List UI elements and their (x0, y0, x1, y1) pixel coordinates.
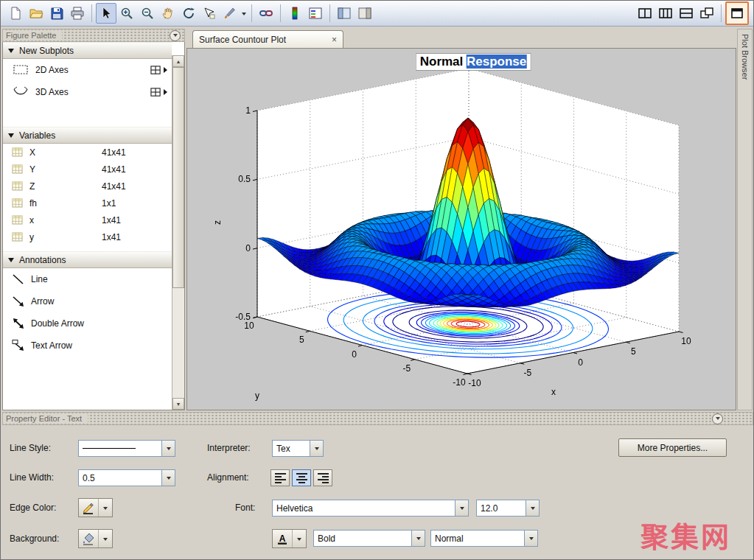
section-variables[interactable]: Variables (3, 127, 172, 144)
align-left-button[interactable] (270, 469, 290, 486)
font-label: Font: (235, 500, 255, 517)
title-text: Normal (420, 55, 467, 69)
font-color-button[interactable]: A (272, 529, 307, 548)
font-family-dropdown[interactable]: Helvetica (272, 500, 469, 517)
tile-columns-icon[interactable] (655, 3, 676, 24)
font-size-dropdown[interactable]: 12.0 (476, 500, 540, 517)
variable-row[interactable]: x 1x41 (3, 211, 172, 228)
annotation-text-arrow-item[interactable]: Text Arrow (3, 335, 172, 357)
tile-horizontal-icon[interactable] (676, 3, 697, 24)
brush-dropdown-caret[interactable] (240, 4, 248, 23)
data-cursor-icon[interactable] (199, 3, 220, 24)
dropdown-arrow-icon[interactable] (524, 531, 537, 546)
plot-tab-bar: Surface Countour Plot × (186, 30, 736, 48)
dropdown-arrow-icon[interactable] (161, 441, 175, 456)
dropdown-arrow-icon[interactable] (161, 470, 175, 486)
toolbar-separator (721, 4, 722, 22)
dropdown-arrow-icon[interactable] (526, 500, 539, 516)
grid-menu-icon (150, 87, 161, 98)
scroll-down-button[interactable]: ▼ (172, 398, 184, 410)
print-icon[interactable] (67, 3, 88, 24)
link-plots-icon[interactable] (256, 3, 276, 24)
list-item-2d-axes[interactable]: 2D Axes (3, 59, 172, 81)
collapse-triangle-icon (8, 258, 14, 262)
align-center-button[interactable] (292, 469, 311, 486)
align-right-button[interactable] (313, 469, 332, 486)
zoom-in-icon[interactable] (116, 3, 137, 24)
pan-hand-icon[interactable] (158, 3, 178, 24)
submenu-arrow-icon (164, 67, 167, 73)
align-left-icon (275, 473, 286, 483)
insert-colorbar-icon[interactable] (285, 3, 305, 24)
font-color-icon: A (273, 530, 293, 547)
section-annotations[interactable]: Annotations (3, 251, 172, 268)
font-style-dropdown[interactable]: Normal (430, 530, 538, 547)
tab-close-icon[interactable]: × (332, 35, 337, 44)
variable-row[interactable]: Z 41x41 (3, 178, 172, 195)
property-editor-collapse-button[interactable] (712, 413, 723, 424)
background-color-button[interactable] (78, 529, 113, 548)
rotate-3d-icon[interactable] (178, 3, 199, 24)
2d-axes-icon (12, 64, 29, 76)
float-windows-icon[interactable] (697, 3, 717, 24)
line-style-dropdown[interactable] (78, 440, 175, 457)
font-weight-dropdown[interactable]: Bold (313, 530, 425, 547)
collapse-triangle-icon (8, 133, 14, 138)
toolbar-separator (91, 4, 92, 22)
variable-row[interactable]: X 41x41 (3, 144, 172, 161)
insert-legend-icon[interactable] (305, 3, 326, 24)
edit-plot-cursor-icon[interactable] (96, 3, 116, 24)
toggle-plot-browser-icon[interactable] (355, 3, 375, 24)
figure-palette-scrollbar[interactable]: ▲ ▼ (172, 55, 184, 410)
open-file-icon[interactable] (26, 3, 46, 24)
variable-grid-icon (12, 232, 24, 242)
tile-vertical-icon[interactable] (635, 3, 655, 24)
brush-icon[interactable] (220, 3, 240, 24)
scroll-thumb[interactable] (172, 67, 184, 288)
subplot-grid-menu[interactable] (150, 87, 167, 98)
dropdown-arrow-icon[interactable] (310, 441, 323, 456)
figure-palette-panel: Figure Palette New Subplots 2D Axes (2, 29, 185, 410)
edge-color-label: Edge Color: (10, 500, 56, 517)
align-center-icon (296, 473, 307, 483)
maximize-plot-icon[interactable] (725, 1, 749, 25)
tab-surface-contour-plot[interactable]: Surface Countour Plot × (192, 30, 343, 48)
toolbar-separator (251, 4, 252, 22)
subplot-grid-menu[interactable] (150, 65, 167, 76)
annotation-line-item[interactable]: Line (3, 268, 172, 290)
variable-row[interactable]: Y 41x41 (3, 161, 172, 178)
annotation-double-arrow-item[interactable]: Double Arrow (3, 312, 172, 335)
text-arrow-icon (12, 339, 25, 352)
dropdown-arrow-icon[interactable] (99, 504, 112, 512)
watermark-text: 聚集网 (640, 514, 731, 555)
figure-palette-collapse-button[interactable] (170, 30, 181, 41)
dropdown-arrow-icon[interactable] (293, 535, 306, 543)
new-figure-icon[interactable] (5, 3, 26, 24)
pen-color-icon (79, 499, 99, 517)
variable-grid-icon (12, 181, 24, 192)
new-subplots-body: 2D Axes 3D Axes (3, 59, 184, 127)
zoom-out-icon[interactable] (137, 3, 158, 24)
figure-palette-header: Figure Palette (2, 29, 185, 42)
annotation-arrow-item[interactable]: Arrow (3, 290, 172, 312)
surface-plot-canvas[interactable] (198, 66, 729, 405)
edge-color-button[interactable] (78, 498, 113, 517)
more-properties-button[interactable]: More Properties... (618, 438, 727, 457)
property-editor-header: Property Editor - Text (2, 412, 753, 425)
grid-menu-icon (150, 65, 161, 76)
dropdown-arrow-icon[interactable] (455, 500, 468, 516)
plot-title-editbox[interactable]: Normal Response (416, 53, 531, 71)
line-width-dropdown[interactable]: 0.5 (78, 469, 175, 486)
dropdown-arrow-icon[interactable] (411, 531, 425, 546)
scroll-up-button[interactable]: ▲ (172, 55, 184, 67)
background-label: Background: (10, 531, 59, 547)
interpreter-dropdown[interactable]: Tex (272, 440, 324, 457)
list-item-3d-axes[interactable]: 3D Axes (3, 81, 172, 103)
variable-row[interactable]: y 1x41 (3, 228, 172, 245)
variable-row[interactable]: fh 1x1 (3, 195, 172, 211)
section-new-subplots[interactable]: New Subplots (3, 42, 172, 59)
dropdown-arrow-icon[interactable] (99, 535, 112, 543)
toggle-figure-palette-icon[interactable] (334, 3, 355, 24)
save-icon[interactable] (46, 3, 67, 24)
plot-browser-collapsed-tab[interactable]: Plot Browser (737, 29, 753, 410)
